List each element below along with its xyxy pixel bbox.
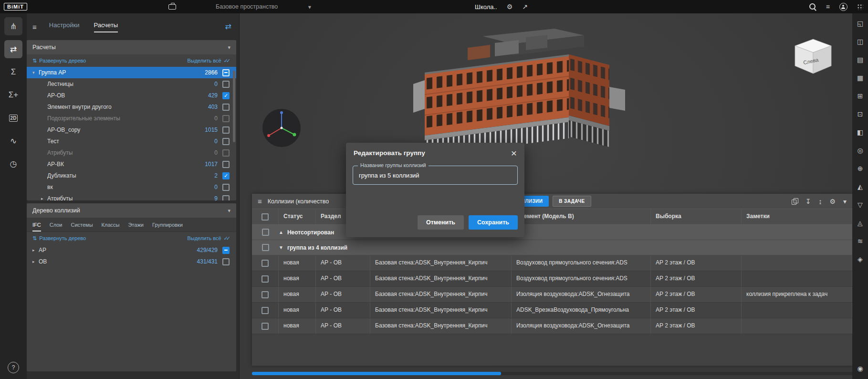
table-row[interactable]: новая АР - ОВ Базовая стена:ADSK_Внутрен… — [252, 303, 852, 318]
menu-list-icon[interactable]: ≡ — [826, 3, 830, 10]
right-rail-icon[interactable]: ▤ — [854, 53, 866, 65]
row-checkbox[interactable] — [261, 260, 269, 267]
copy-icon[interactable] — [792, 198, 798, 204]
row-checkbox[interactable] — [222, 92, 230, 99]
right-rail-icon[interactable]: ⊡ — [854, 108, 866, 120]
tree-row[interactable]: Тест 0 — [27, 136, 236, 147]
column-header[interactable]: Элемент (Модель B) — [512, 209, 651, 224]
panel-menu-icon[interactable]: ≡ — [32, 23, 37, 31]
table-settings-icon[interactable]: ⚙ — [829, 198, 836, 205]
row-checkbox[interactable] — [222, 161, 230, 168]
right-rail-icon[interactable]: ◭ — [854, 180, 866, 192]
expand-tree-button[interactable]: ⇅ Развернуть дерево — [32, 235, 86, 242]
collapse-table-icon[interactable]: ▾ — [843, 198, 847, 205]
tree-row[interactable]: Дубликаты 2 — [27, 170, 236, 181]
group-name-input[interactable] — [353, 166, 517, 184]
workspace-dropdown[interactable]: Базовое пространство ▾ — [216, 3, 311, 11]
tree-row[interactable]: АР-ОВ_copy 1015 — [27, 124, 236, 136]
row-checkbox[interactable] — [222, 247, 230, 254]
right-rail-icon[interactable]: ◉ — [854, 362, 866, 374]
table-row[interactable]: новая АР - ОВ Базовая стена:ADSK_Внутрен… — [252, 287, 852, 303]
tree-row[interactable]: Элемент внутри другого 403 — [27, 101, 236, 113]
row-checkbox[interactable] — [222, 149, 230, 157]
calc-section-header[interactable]: Расчеты ▾ — [27, 40, 236, 54]
right-rail-icon[interactable]: ▦ — [854, 72, 866, 84]
help-icon[interactable]: ? — [8, 362, 19, 373]
column-header[interactable]: Статус — [279, 209, 316, 224]
collision-tree-tab[interactable]: Слои — [50, 222, 63, 232]
apps-grid-icon[interactable] — [857, 4, 863, 10]
row-checkbox[interactable] — [262, 229, 269, 236]
tree-row[interactable]: ▸ ОВ 431/431 — [27, 256, 236, 267]
right-rail-icon[interactable]: ◫ — [854, 35, 866, 47]
tree-row[interactable]: Подозрительные элементы 0 — [27, 113, 236, 124]
horizontal-scrollbar[interactable] — [252, 372, 852, 375]
row-checkbox[interactable] — [222, 115, 230, 122]
panel-tab[interactable]: Настройки — [49, 21, 80, 32]
tree-row[interactable]: ▸ Атрибуты 9 — [27, 193, 236, 200]
left-rail-icon[interactable]: Σ+ — [4, 86, 22, 104]
row-checkbox[interactable] — [222, 258, 230, 265]
right-rail-icon[interactable]: ⊕ — [854, 162, 866, 174]
left-rail-icon[interactable]: Σ — [4, 63, 22, 81]
group-row[interactable]: ▲ Неотсортирован — [252, 225, 852, 240]
share-icon[interactable]: ↗ — [522, 3, 528, 10]
scrollbar-thumb[interactable] — [252, 372, 501, 375]
row-checkbox[interactable] — [261, 275, 269, 283]
left-rail-icon[interactable]: ◷ — [4, 155, 22, 173]
left-rail-icon[interactable]: ⋔ — [4, 17, 22, 35]
right-rail-icon[interactable]: ◈ — [854, 253, 866, 265]
left-rail-icon[interactable]: ∿ — [4, 132, 22, 150]
table-menu-icon[interactable]: ≡ — [258, 198, 262, 205]
table-row[interactable]: новая АР - ОВ Базовая стена:ADSK_Внутрен… — [252, 318, 852, 334]
row-checkbox[interactable] — [261, 323, 269, 330]
search-icon[interactable] — [809, 3, 816, 11]
navigation-cube[interactable]: Слева — [788, 33, 836, 77]
account-icon[interactable] — [839, 3, 847, 11]
right-rail-icon[interactable]: ◱ — [854, 17, 866, 29]
row-checkbox[interactable] — [222, 138, 230, 145]
panel-tab[interactable]: Расчеты — [94, 21, 118, 32]
row-checkbox[interactable] — [222, 195, 230, 201]
select-all-checkbox[interactable] — [261, 213, 269, 221]
right-rail-icon[interactable]: ≋ — [854, 235, 866, 247]
cancel-button[interactable]: Отменить — [418, 215, 464, 230]
right-rail-icon[interactable]: ⊞ — [854, 90, 866, 102]
row-checkbox[interactable] — [261, 291, 269, 298]
close-icon[interactable]: × — [509, 148, 519, 158]
expand-tree-button[interactable]: ⇅ Развернуть дерево — [32, 58, 86, 64]
briefcase-icon[interactable] — [168, 3, 177, 10]
download-icon[interactable]: ↧ — [805, 198, 811, 205]
collision-tree-tab[interactable]: Группировки — [152, 222, 183, 232]
save-button[interactable]: Сохранить — [469, 215, 518, 230]
collision-link-icon[interactable]: ⇄ — [225, 23, 231, 31]
table-row[interactable]: новая АР - ОВ Базовая стена:ADSK_Внутрен… — [252, 255, 852, 271]
tree-row[interactable]: АР-ВК 1017 — [27, 158, 236, 170]
select-all-button[interactable]: Выделить всё ✓✓ — [187, 58, 230, 64]
left-rail-icon[interactable]: 2D — [4, 109, 22, 127]
viewport-3d[interactable]: Слева ≡ Коллизии (количество ЛЛИЗИИ В ЗА… — [240, 13, 852, 379]
right-rail-icon[interactable]: ◎ — [854, 144, 866, 156]
left-rail-icon[interactable]: ⇄ — [4, 40, 22, 58]
row-checkbox[interactable] — [222, 172, 230, 179]
collision-tree-tab[interactable]: Системы — [71, 222, 93, 232]
collision-tree-tab[interactable]: Классы — [102, 222, 120, 232]
row-checkbox[interactable] — [222, 104, 230, 111]
row-checkbox[interactable] — [262, 244, 269, 251]
collision-tree-tab[interactable]: Этажи — [128, 222, 143, 232]
tree-row[interactable]: Лестницы 0 — [27, 78, 236, 90]
right-rail-icon[interactable]: ▽ — [854, 199, 866, 211]
tree-row[interactable]: АР-ОВ 429 — [27, 90, 236, 101]
tree-row[interactable]: ▾ Группа АР 2866 — [27, 67, 236, 78]
fit-columns-icon[interactable]: ↨ — [818, 198, 822, 205]
row-checkbox[interactable] — [261, 307, 269, 314]
select-all-button[interactable]: Выделить всё ✓✓ — [187, 235, 230, 242]
tree-row[interactable]: Атрибуты 0 — [27, 147, 236, 158]
tree-row[interactable]: вк 0 — [27, 181, 236, 193]
row-checkbox[interactable] — [222, 69, 230, 76]
group-row[interactable]: ▼ группа из 4 коллизий — [252, 240, 852, 255]
collision-tree-header[interactable]: Дерево коллизий ▾ — [27, 203, 236, 218]
row-checkbox[interactable] — [222, 126, 230, 134]
in-task-filter-button[interactable]: В ЗАДАЧЕ — [553, 196, 591, 207]
table-row[interactable]: новая АР - ОВ Базовая стена:ADSK_Внутрен… — [252, 271, 852, 287]
